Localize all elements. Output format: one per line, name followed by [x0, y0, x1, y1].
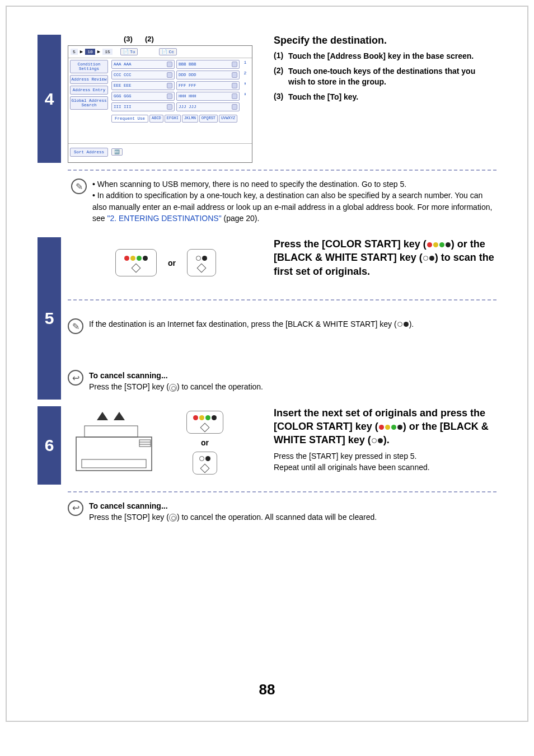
alpha-tab[interactable]: EFGHI: [165, 115, 181, 123]
onetouch-cell[interactable]: GGG GGG: [111, 92, 175, 101]
onetouch-cell[interactable]: CCC CCC: [111, 71, 175, 79]
alpha-tab[interactable]: ABCD: [149, 115, 163, 123]
step5-cancel: To cancel scanning... Press the [STOP] k…: [89, 370, 496, 393]
pager: 2: [241, 71, 249, 79]
step-6: 6: [38, 406, 496, 530]
device-screen: 5▶ 10▶ 15 📄To 📄Cc Condition Settings Ad: [68, 45, 252, 163]
step-number-4: 4: [38, 35, 61, 163]
folder-icon: [232, 72, 237, 78]
color-start-key[interactable]: [186, 411, 223, 434]
folder-icon: [167, 93, 172, 99]
onetouch-cell[interactable]: FFF FFF: [176, 81, 240, 90]
step-number-6: 6: [38, 406, 61, 485]
pencil-note-icon: ✎: [68, 318, 83, 334]
alpha-tab[interactable]: JKLMN: [182, 115, 198, 123]
cc-button[interactable]: 📄Cc: [159, 48, 177, 55]
svg-marker-3: [97, 412, 108, 420]
onetouch-cell[interactable]: BBB BBB: [176, 60, 240, 69]
side-address-review[interactable]: Address Review: [70, 75, 108, 84]
step5-note: If the destination is an Internet fax de…: [89, 318, 496, 330]
onetouch-cell[interactable]: EEE EEE: [111, 81, 175, 90]
or-label: or: [168, 259, 176, 267]
folder-icon: [167, 104, 172, 110]
bw-start-key[interactable]: [187, 249, 216, 276]
onetouch-cell[interactable]: JJJ JJJ: [176, 102, 240, 111]
mail-icon: [167, 62, 172, 67]
frequent-use-tab[interactable]: Frequent Use: [111, 115, 148, 123]
step-number-5: 5: [38, 237, 61, 399]
svg-marker-4: [114, 412, 125, 420]
onetouch-cell[interactable]: HHH HHH: [176, 92, 240, 101]
page-number: 88: [7, 681, 527, 698]
diamond-icon: [132, 264, 141, 273]
or-label: or: [201, 438, 209, 447]
to-button[interactable]: 📄To: [120, 48, 138, 55]
side-address-entry[interactable]: Address Entry: [70, 86, 108, 95]
phone-icon: [232, 104, 237, 110]
return-icon: ↩: [68, 370, 83, 386]
step6-p2: Repeat until all originals have been sca…: [274, 463, 496, 472]
step5-heading: Press the [COLOR START] key () or the [B…: [274, 237, 496, 278]
color-start-key[interactable]: [115, 249, 157, 276]
onetouch-cell[interactable]: DDD DDD: [176, 71, 240, 79]
pager-down[interactable]: ⬇: [241, 92, 249, 101]
sort-icon-button[interactable]: 🔤: [111, 148, 123, 156]
onetouch-cell[interactable]: AAA AAA: [111, 60, 175, 69]
printer-illustration: [68, 406, 180, 479]
step6-heading: Insert the next set of originals and pre…: [274, 406, 496, 447]
svg-rect-2: [85, 426, 138, 437]
phone-icon: [167, 72, 172, 78]
callouts: (3) (2): [68, 35, 264, 43]
sort-address-button[interactable]: Sort Address: [70, 148, 108, 157]
globe-icon: [232, 93, 237, 99]
link-entering-destinations[interactable]: "2. ENTERING DESTINATIONS": [107, 214, 221, 223]
step6-p1: Press the [START] key pressed in step 5.: [274, 452, 496, 461]
pencil-note-icon: ✎: [71, 179, 87, 194]
stop-key-icon: [169, 514, 177, 522]
step4-heading: Specify the destination.: [274, 35, 496, 46]
pager: 1: [241, 60, 249, 69]
bw-start-key[interactable]: [193, 452, 217, 475]
side-condition-settings[interactable]: Condition Settings: [70, 60, 108, 73]
onetouch-cell[interactable]: III III: [111, 102, 175, 111]
return-icon: ↩: [68, 500, 83, 516]
stop-key-icon: [169, 384, 177, 392]
step-4: 4 (3) (2) 5▶ 10▶ 15 📄To: [38, 35, 496, 231]
side-global-address-search[interactable]: Global Address Search: [70, 96, 108, 110]
phone-icon: [167, 83, 172, 88]
alpha-tab[interactable]: OPQRST: [199, 115, 218, 123]
step-5: 5 or: [38, 237, 496, 399]
diamond-icon: [200, 463, 210, 473]
step4-note: • When scanning to USB memory, there is …: [92, 179, 496, 224]
diamond-icon: [200, 422, 210, 432]
svg-rect-1: [82, 459, 146, 468]
alpha-tab[interactable]: UVWXYZ: [219, 115, 237, 123]
svg-rect-5: [139, 440, 151, 447]
folder-icon: [232, 83, 237, 88]
globe-icon: [232, 62, 237, 67]
pager-up[interactable]: ⬆: [241, 81, 249, 90]
step6-cancel: To cancel scanning... Press the [STOP] k…: [89, 500, 496, 523]
diamond-icon: [197, 264, 207, 273]
